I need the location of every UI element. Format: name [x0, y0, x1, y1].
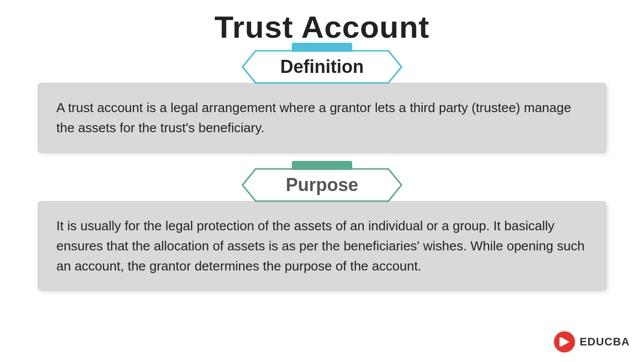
educba-icon: [553, 331, 576, 353]
educba-logo: EDUCBA: [553, 331, 630, 353]
definition-section: Definition A trust account is a legal ar…: [38, 50, 606, 153]
definition-badge: Definition: [242, 50, 403, 84]
svg-rect-4: [559, 337, 562, 346]
definition-content-box: A trust account is a legal arrangement w…: [38, 83, 606, 153]
purpose-content-box: It is usually for the legal protection o…: [38, 201, 606, 291]
purpose-text: It is usually for the legal protection o…: [56, 216, 588, 277]
educba-logo-text: EDUCBA: [580, 335, 630, 348]
definition-badge-label: Definition: [280, 56, 364, 77]
purpose-section: Purpose It is usually for the legal prot…: [38, 168, 606, 291]
purpose-badge: Purpose: [242, 168, 403, 202]
purpose-badge-label: Purpose: [286, 174, 358, 196]
definition-text: A trust account is a legal arrangement w…: [56, 98, 588, 138]
